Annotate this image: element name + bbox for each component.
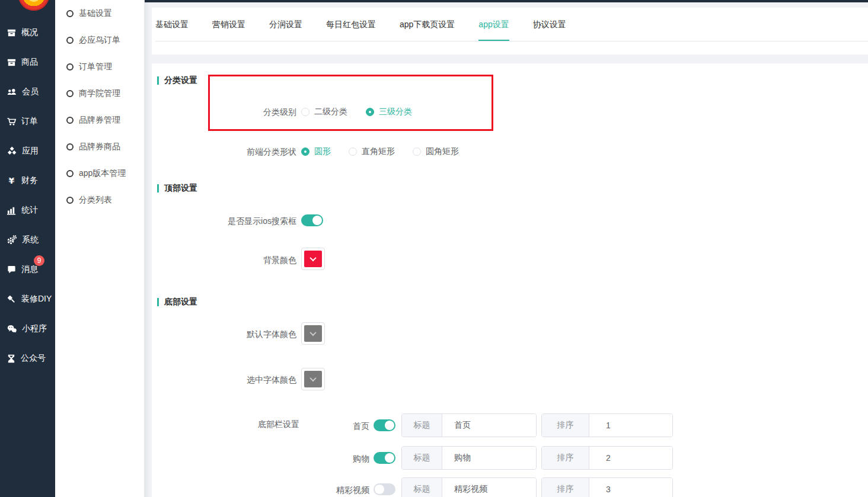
sidebar-item-label: 会员 bbox=[22, 86, 39, 97]
default-font-color-picker[interactable] bbox=[301, 322, 325, 345]
bottom-bar-title-input[interactable] bbox=[442, 478, 536, 497]
submenu-item-label: 订单管理 bbox=[79, 62, 112, 72]
radio-icon bbox=[413, 148, 421, 156]
submenu-item-category-list[interactable]: 分类列表 bbox=[66, 194, 112, 206]
bottom-bar-label: 底部栏设置 bbox=[199, 419, 299, 430]
radio-checked-icon bbox=[301, 148, 309, 156]
hourglass-icon bbox=[7, 354, 16, 364]
title-prepend-label: 标题 bbox=[402, 478, 442, 497]
bottom-bar-sort-group: 排序 bbox=[541, 446, 673, 470]
bottom-bar-row-toggle[interactable] bbox=[374, 419, 395, 431]
gears-icon bbox=[7, 235, 17, 245]
submenu-item-order-management[interactable]: 订单管理 bbox=[66, 61, 112, 73]
bottom-bar-sort-input[interactable] bbox=[589, 478, 672, 497]
submenu-item-label: 分类列表 bbox=[79, 195, 112, 206]
submenu-item-brand-coupon-management[interactable]: 品牌券管理 bbox=[66, 114, 120, 126]
section-bar bbox=[157, 184, 159, 193]
submenu-item-label: app版本管理 bbox=[79, 168, 126, 179]
users-icon bbox=[7, 87, 17, 97]
category-shape-label: 前端分类形状 bbox=[196, 147, 296, 158]
bottom-bar-sort-input[interactable] bbox=[589, 414, 672, 437]
selected-font-color-label: 选中字体颜色 bbox=[196, 375, 296, 386]
tab-agreement-settings[interactable]: 协议设置 bbox=[533, 8, 566, 41]
sidebar-item-members[interactable]: 会员 bbox=[7, 86, 39, 98]
circle-icon bbox=[66, 37, 74, 44]
box-icon bbox=[7, 57, 17, 68]
submenu-item-business-school[interactable]: 商学院管理 bbox=[66, 88, 120, 100]
radio-icon bbox=[301, 108, 309, 116]
chart-icon bbox=[7, 206, 17, 216]
sidebar-item-finance[interactable]: ¥ 财务 bbox=[7, 175, 38, 187]
comment-icon bbox=[7, 265, 17, 275]
bottom-bar-row-toggle[interactable] bbox=[374, 452, 395, 464]
ios-search-toggle[interactable] bbox=[301, 214, 323, 226]
sidebar-item-label: 财务 bbox=[21, 175, 38, 186]
bg-color-picker[interactable] bbox=[301, 248, 325, 270]
sidebar-item-label: 概况 bbox=[21, 27, 38, 38]
tab-profit-settings[interactable]: 分润设置 bbox=[269, 8, 302, 41]
radio-shape-square[interactable]: 直角矩形 bbox=[349, 147, 395, 156]
section-bar bbox=[157, 76, 159, 85]
color-swatch bbox=[304, 371, 322, 387]
sort-prepend-label: 排序 bbox=[542, 447, 589, 469]
tab-daily-redpacket[interactable]: 每日红包设置 bbox=[326, 8, 376, 41]
bottom-bar-row-toggle[interactable] bbox=[374, 483, 395, 495]
sidebar-item-label: 系统 bbox=[22, 235, 39, 245]
circle-icon bbox=[66, 117, 74, 124]
settings-tabs-card: 基础设置 营销设置 分润设置 每日红包设置 app下载页设置 app设置 协议设… bbox=[152, 8, 868, 54]
submenu-item-brand-coupon-goods[interactable]: 品牌券商品 bbox=[66, 141, 120, 153]
section-title-top: 顶部设置 bbox=[157, 183, 197, 194]
sidebar-item-messages[interactable]: 消息 bbox=[7, 264, 38, 275]
sidebar-item-label: 应用 bbox=[22, 146, 39, 156]
gavel-icon bbox=[7, 294, 17, 304]
submenu-item-bingbird-orders[interactable]: 必应鸟订单 bbox=[66, 34, 120, 46]
sub-sidebar: 基础设置 必应鸟订单 订单管理 商学院管理 品牌券管理 品牌券商品 app版本管… bbox=[55, 0, 145, 497]
bottom-bar-title-group: 标题 bbox=[401, 446, 537, 470]
tab-basic-settings[interactable]: 基础设置 bbox=[155, 8, 189, 41]
bg-color-label: 背景颜色 bbox=[196, 255, 296, 266]
tab-app-download-page[interactable]: app下载页设置 bbox=[400, 8, 455, 41]
bottom-bar-title-input[interactable] bbox=[442, 447, 536, 469]
selected-font-color-picker[interactable] bbox=[301, 368, 325, 390]
bottom-bar-row-name: 首页 bbox=[310, 421, 369, 432]
bottom-bar-title-group: 标题 bbox=[401, 413, 537, 437]
circle-icon bbox=[66, 10, 74, 17]
default-font-color-label: 默认字体颜色 bbox=[196, 329, 296, 340]
wechat-icon bbox=[7, 324, 17, 334]
radio-shape-rounded[interactable]: 圆角矩形 bbox=[413, 147, 459, 156]
bottom-bar-sort-input[interactable] bbox=[589, 447, 672, 469]
sort-prepend-label: 排序 bbox=[542, 478, 589, 497]
radio-shape-circle[interactable]: 圆形 bbox=[301, 147, 331, 156]
sidebar-item-label: 小程序 bbox=[22, 323, 47, 334]
sidebar-item-orders[interactable]: 订单 bbox=[7, 116, 38, 127]
tab-app-settings[interactable]: app设置 bbox=[478, 8, 509, 41]
radio-icon bbox=[349, 148, 357, 156]
chevron-down-icon bbox=[309, 329, 316, 336]
title-prepend-label: 标题 bbox=[402, 414, 442, 437]
sidebar-item-label: 装修DIY bbox=[21, 294, 52, 304]
sidebar-item-system[interactable]: 系统 bbox=[7, 234, 39, 246]
archive-icon bbox=[7, 28, 17, 38]
submenu-item-basic-settings[interactable]: 基础设置 bbox=[66, 8, 112, 20]
circle-icon bbox=[66, 63, 74, 70]
chevron-down-icon bbox=[309, 255, 316, 261]
tab-marketing-settings[interactable]: 营销设置 bbox=[212, 8, 245, 41]
circle-icon bbox=[66, 170, 74, 177]
bottom-bar-title-input[interactable] bbox=[442, 414, 536, 437]
sidebar-item-overview[interactable]: 概况 bbox=[7, 27, 38, 39]
sidebar-item-stats[interactable]: 统计 bbox=[7, 204, 38, 216]
sidebar-item-official-account[interactable]: 公众号 bbox=[7, 352, 46, 364]
sidebar-item-apps[interactable]: 应用 bbox=[7, 145, 39, 157]
radio-level-3[interactable]: 三级分类 bbox=[366, 107, 412, 117]
radio-level-2[interactable]: 二级分类 bbox=[301, 107, 347, 117]
sidebar-item-goods[interactable]: 商品 bbox=[7, 56, 38, 68]
color-swatch bbox=[304, 251, 322, 267]
sidebar-item-miniprogram[interactable]: 小程序 bbox=[7, 323, 47, 335]
section-bar bbox=[157, 298, 159, 306]
circle-icon bbox=[66, 90, 74, 97]
sidebar-item-decorate-diy[interactable]: 装修DIY bbox=[7, 293, 52, 305]
main-sidebar: 概况 商品 会员 订单 应用 ¥ 财务 统计 系统 消息 装修DIY 小程序 bbox=[0, 0, 55, 497]
settings-form: 分类设置 分类级别 二级分类 三级分类 前端分类形状 圆形 直角矩形 圆角矩形 … bbox=[152, 63, 868, 497]
submenu-item-app-version[interactable]: app版本管理 bbox=[66, 168, 126, 179]
bottom-bar-title-group: 标题 bbox=[401, 477, 537, 497]
